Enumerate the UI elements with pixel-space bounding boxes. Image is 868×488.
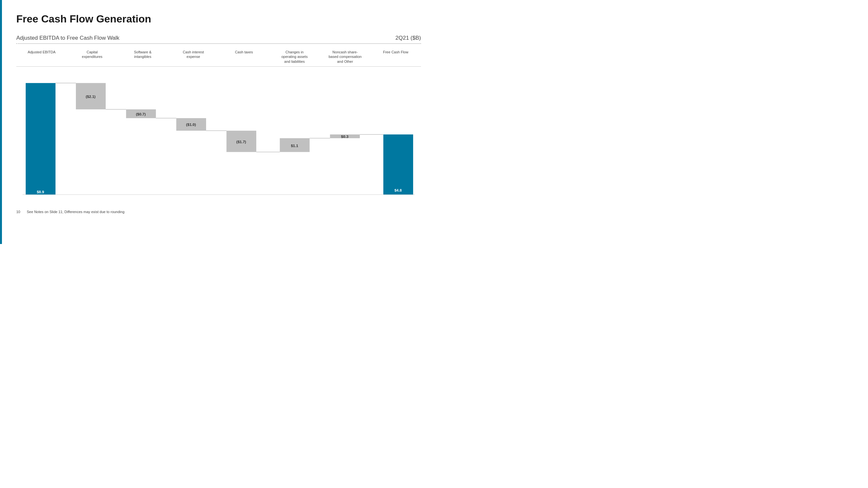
col-header-changes: Changes inoperating assetsand liabilitie… <box>272 50 317 64</box>
waterfall-chart: $8.9 ($2.1) ($0.7) ($1.0) ($1.7) $1.1 <box>16 67 421 206</box>
bar-label-adj-ebitda: $8.9 <box>37 190 44 194</box>
bar-label-software: ($0.7) <box>136 112 146 116</box>
bar-label-noncash: $0.3 <box>341 135 348 139</box>
bar-adj-ebitda <box>26 83 56 195</box>
col-header-cash-taxes: Cash taxes <box>221 50 267 64</box>
col-header-fcf: Free Cash Flow <box>373 50 418 64</box>
bar-label-fcf: $4.8 <box>394 188 402 192</box>
chart-area: Adjusted EBITDA Capitalexpenditures Soft… <box>16 50 421 206</box>
footer: 10 See Notes on Slide 11; Differences ma… <box>16 210 421 214</box>
col-header-capex: Capitalexpenditures <box>69 50 115 64</box>
column-headers: Adjusted EBITDA Capitalexpenditures Soft… <box>16 50 421 64</box>
col-header-cash-interest: Cash interestexpense <box>170 50 216 64</box>
period-label: 2Q21 ($B) <box>396 35 421 41</box>
bar-label-cash-interest: ($1.0) <box>186 123 196 127</box>
page: Free Cash Flow Generation Adjusted EBITD… <box>0 0 434 244</box>
footer-note: See Notes on Slide 11; Differences may e… <box>27 210 124 214</box>
blue-accent-bar <box>0 0 2 244</box>
bar-label-cash-taxes: ($1.7) <box>236 140 246 144</box>
col-header-software: Software &intangibles <box>120 50 165 64</box>
col-header-noncash: Noncash share-based compensationand Othe… <box>322 50 368 64</box>
bar-fcf <box>383 134 413 195</box>
col-header-adj-ebitda: Adjusted EBITDA <box>19 50 64 64</box>
waterfall-svg: $8.9 ($2.1) ($0.7) ($1.0) ($1.7) $1.1 <box>16 67 421 206</box>
chart-subtitle: Adjusted EBITDA to Free Cash Flow Walk <box>16 35 120 41</box>
bar-label-changes: $1.1 <box>291 144 298 148</box>
footer-page-number: 10 <box>16 210 20 214</box>
bar-label-capex: ($2.1) <box>86 95 95 99</box>
divider-line <box>16 43 421 44</box>
page-title: Free Cash Flow Generation <box>16 10 421 25</box>
subtitle-row: Adjusted EBITDA to Free Cash Flow Walk 2… <box>16 35 421 41</box>
